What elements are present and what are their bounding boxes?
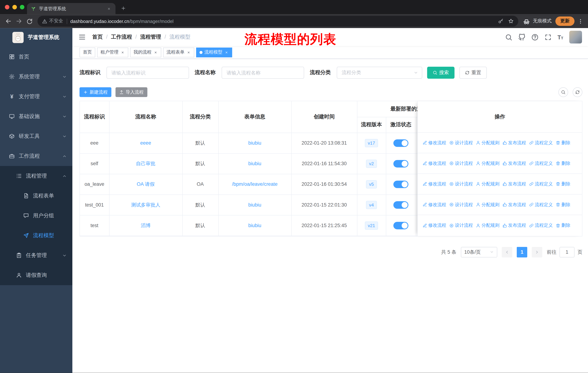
tag-process-model[interactable]: 流程模型 <box>196 47 232 57</box>
prev-page-button[interactable] <box>502 247 512 257</box>
breadcrumb-workflow[interactable]: 工作流程 <box>103 34 132 40</box>
reload-icon[interactable] <box>24 16 35 26</box>
process-name-link[interactable]: 测试多审批人 <box>131 202 160 207</box>
page-number-button[interactable]: 1 <box>517 247 527 257</box>
delete-link[interactable]: 删除 <box>556 140 570 146</box>
back-icon[interactable] <box>3 16 13 26</box>
active-toggle[interactable] <box>393 139 408 147</box>
search-button[interactable]: 搜索 <box>427 67 454 79</box>
sidebar-item-workflow[interactable]: 工作流程 <box>0 146 72 166</box>
edit-process-link[interactable]: 修改流程 <box>423 181 446 187</box>
delete-link[interactable]: 删除 <box>556 160 570 167</box>
user-avatar[interactable] <box>569 31 582 43</box>
process-name-input[interactable] <box>222 67 304 79</box>
active-toggle[interactable] <box>393 160 408 167</box>
form-info-link[interactable]: /bpm/oa/leave/create <box>232 181 278 187</box>
close-icon[interactable] <box>187 50 191 55</box>
edit-process-link[interactable]: 修改流程 <box>423 222 446 229</box>
design-process-link[interactable]: 设计流程 <box>449 160 473 167</box>
search-icon[interactable] <box>505 33 512 40</box>
process-name-link[interactable]: OA 请假 <box>137 181 155 187</box>
import-process-button[interactable]: 导入流程 <box>116 87 147 97</box>
sidebar-item-devtools[interactable]: 研发工具 <box>0 126 72 146</box>
create-process-button[interactable]: 新建流程 <box>79 87 111 97</box>
design-process-link[interactable]: 设计流程 <box>449 140 473 146</box>
tag-tenant[interactable]: 租户管理 <box>97 47 128 57</box>
show-search-button[interactable] <box>558 87 568 97</box>
font-size-icon[interactable]: TT <box>557 34 563 40</box>
assign-rule-link[interactable]: 分配规则 <box>476 140 500 146</box>
publish-process-link[interactable]: 发布流程 <box>503 202 526 208</box>
next-page-button[interactable] <box>532 247 542 257</box>
tag-process-form[interactable]: 流程表单 <box>163 47 194 57</box>
design-process-link[interactable]: 设计流程 <box>449 202 473 208</box>
process-definition-link[interactable]: 流程定义 <box>529 181 553 187</box>
reset-button[interactable]: 重置 <box>459 67 487 79</box>
design-process-link[interactable]: 设计流程 <box>449 181 473 187</box>
bookmark-star-icon[interactable] <box>508 18 514 24</box>
design-process-link[interactable]: 设计流程 <box>449 222 473 229</box>
active-toggle[interactable] <box>393 201 408 209</box>
sidebar-item-process-model[interactable]: 流程模型 <box>0 226 72 245</box>
process-definition-link[interactable]: 流程定义 <box>529 140 553 146</box>
tag-my-process[interactable]: 我的流程 <box>130 47 161 57</box>
version-badge[interactable]: v5 <box>366 180 377 188</box>
publish-process-link[interactable]: 发布流程 <box>503 222 526 229</box>
sidebar-item-process-mgmt[interactable]: 流程管理 <box>0 166 72 186</box>
process-id-input[interactable] <box>106 67 189 79</box>
process-definition-link[interactable]: 流程定义 <box>529 202 553 208</box>
process-name-link[interactable]: 滔博 <box>141 222 151 228</box>
sidebar-item-user-group[interactable]: 用户分组 <box>0 206 72 226</box>
process-name-link[interactable]: 自己审批 <box>136 161 156 166</box>
sidebar-item-task-mgmt[interactable]: 任务管理 <box>0 245 72 265</box>
browser-tab[interactable]: 芋道管理系统 <box>27 3 116 14</box>
sidebar-item-system[interactable]: 系统管理 <box>0 67 72 87</box>
tag-home[interactable]: 首页 <box>79 47 95 57</box>
url-bar[interactable]: 不安全 dashboard.yudao.iocoder.cn /bpm/mana… <box>38 16 518 27</box>
publish-process-link[interactable]: 发布流程 <box>503 181 526 187</box>
close-icon[interactable] <box>153 50 158 55</box>
version-badge[interactable]: v2 <box>366 159 377 168</box>
github-icon[interactable] <box>518 33 525 40</box>
publish-process-link[interactable]: 发布流程 <box>503 160 526 167</box>
new-tab-button[interactable] <box>118 3 128 13</box>
sidebar-item-process-form[interactable]: 流程表单 <box>0 186 72 206</box>
form-info-link[interactable]: biubiu <box>248 222 261 228</box>
browser-menu-icon[interactable] <box>578 18 583 24</box>
form-info-link[interactable]: biubiu <box>248 161 261 166</box>
publish-process-link[interactable]: 发布流程 <box>503 140 526 146</box>
sidebar-item-home[interactable]: 首页 <box>0 47 72 67</box>
edit-process-link[interactable]: 修改流程 <box>423 160 446 167</box>
fullscreen-icon[interactable] <box>545 33 552 40</box>
close-icon[interactable] <box>224 50 229 55</box>
version-badge[interactable]: v17 <box>365 139 378 147</box>
form-info-link[interactable]: biubiu <box>248 202 261 208</box>
delete-link[interactable]: 删除 <box>556 181 570 187</box>
process-name-link[interactable]: eeee <box>140 140 151 146</box>
tab-close-icon[interactable] <box>106 6 112 12</box>
edit-process-link[interactable]: 修改流程 <box>423 140 446 146</box>
breadcrumb-home[interactable]: 首页 <box>92 34 103 40</box>
assign-rule-link[interactable]: 分配规则 <box>476 222 500 229</box>
security-chip[interactable]: 不安全 <box>42 18 63 24</box>
zoom-window-button[interactable] <box>20 5 24 10</box>
close-icon[interactable] <box>120 50 125 55</box>
sidebar-item-payment[interactable]: ¥ 支付管理 <box>0 87 72 106</box>
breadcrumb-process-mgmt[interactable]: 流程管理 <box>132 34 161 40</box>
delete-link[interactable]: 删除 <box>556 222 570 229</box>
update-chip[interactable]: 更新 <box>555 17 575 26</box>
sidebar-item-leave-query[interactable]: 请假查询 <box>0 265 72 285</box>
assign-rule-link[interactable]: 分配规则 <box>476 181 500 187</box>
assign-rule-link[interactable]: 分配规则 <box>476 202 500 208</box>
delete-link[interactable]: 删除 <box>556 202 570 208</box>
goto-page-input[interactable] <box>560 247 575 257</box>
password-key-icon[interactable] <box>498 18 504 24</box>
help-icon[interactable] <box>531 33 538 40</box>
close-window-button[interactable] <box>5 5 10 10</box>
active-toggle[interactable] <box>393 181 408 188</box>
sidebar-item-infra[interactable]: 基础设施 <box>0 106 72 126</box>
forward-icon[interactable] <box>13 16 24 26</box>
refresh-table-button[interactable] <box>573 87 582 97</box>
process-definition-link[interactable]: 流程定义 <box>529 160 553 167</box>
version-badge[interactable]: v21 <box>365 221 378 230</box>
